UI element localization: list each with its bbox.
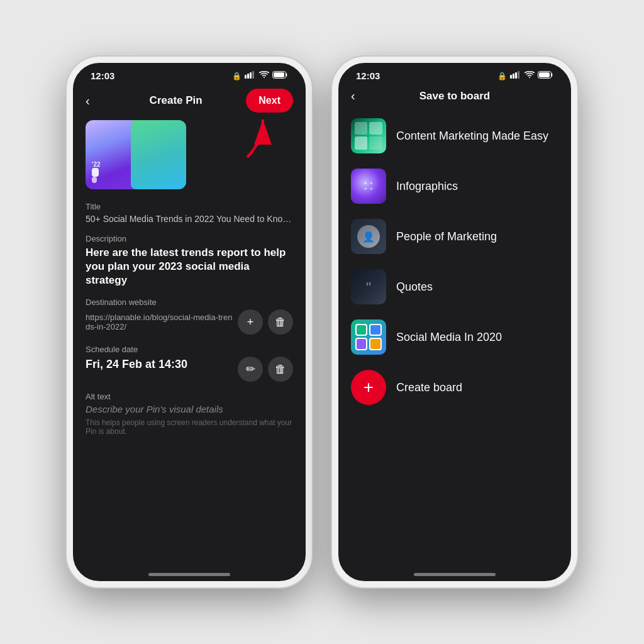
next-button[interactable]: Next xyxy=(246,89,293,113)
lock-icon: 🔒 xyxy=(232,72,242,80)
alt-help-text: This helps people using screen readers u… xyxy=(86,418,293,436)
page-title-left: Create Pin xyxy=(106,94,246,107)
signal-icon-right xyxy=(510,71,521,80)
home-indicator-left xyxy=(73,561,306,581)
wifi-icon xyxy=(259,71,269,80)
svg-rect-10 xyxy=(518,71,519,79)
status-bar-right: 12:03 🔒 xyxy=(338,63,571,84)
board-thumb-infographics: ✦ ✦✦ ✦ xyxy=(351,169,386,204)
board-thumb-social-media xyxy=(351,319,386,355)
nav-bar-left: ‹ Create Pin Next xyxy=(73,84,306,120)
create-board-label: Create board xyxy=(396,381,462,394)
board-item-infographics[interactable]: ✦ ✦✦ ✦ Infographics xyxy=(338,161,571,211)
schedule-value[interactable]: Fri, 24 Feb at 14:30 xyxy=(86,358,233,371)
destination-value[interactable]: https://planable.io/blog/social-media-tr… xyxy=(86,313,233,331)
home-bar-right xyxy=(414,573,496,576)
status-bar-left: 12:03 🔒 xyxy=(73,63,306,84)
board-name-infographics: Infographics xyxy=(396,180,458,193)
left-phone: 12:03 🔒 xyxy=(67,57,312,587)
create-pin-content: '22 Title 50+ Social Media Trends in 202… xyxy=(73,120,306,561)
right-phone: 12:03 🔒 xyxy=(332,57,577,587)
board-list: Content Marketing Made Easy ✦ ✦✦ ✦ Infog… xyxy=(338,111,571,561)
page-title-right: Save to board xyxy=(371,90,538,103)
create-board-icon: + xyxy=(351,370,386,405)
board-item-content-marketing[interactable]: Content Marketing Made Easy xyxy=(338,111,571,161)
back-button-right[interactable]: ‹ xyxy=(351,89,371,103)
board-thumb-people-marketing: 👤 xyxy=(351,219,386,254)
time-right: 12:03 xyxy=(356,70,380,81)
schedule-label: Schedule date xyxy=(86,345,293,354)
svg-rect-1 xyxy=(247,74,249,79)
alt-label: Alt text xyxy=(86,392,293,401)
board-name-social-media: Social Media In 2020 xyxy=(396,331,502,344)
board-item-quotes[interactable]: " Quotes xyxy=(338,262,571,312)
svg-rect-5 xyxy=(274,72,284,77)
svg-rect-9 xyxy=(515,72,517,79)
board-item-people-marketing[interactable]: 👤 People of Marketing xyxy=(338,211,571,262)
battery-icon xyxy=(272,71,288,80)
back-button-left[interactable]: ‹ xyxy=(86,94,106,108)
add-destination-button[interactable]: + xyxy=(238,309,263,335)
board-item-social-media[interactable]: Social Media In 2020 xyxy=(338,312,571,362)
status-icons-right: 🔒 xyxy=(497,71,553,80)
board-name-content-marketing: Content Marketing Made Easy xyxy=(396,130,548,143)
svg-rect-0 xyxy=(245,75,247,79)
nav-bar-right: ‹ Save to board xyxy=(338,84,571,111)
svg-rect-2 xyxy=(250,72,252,79)
signal-icon xyxy=(245,71,256,80)
alt-placeholder[interactable]: Describe your Pin's visual details xyxy=(86,404,293,414)
destination-row: https://planable.io/blog/social-media-tr… xyxy=(86,309,293,335)
board-thumb-quotes: " xyxy=(351,269,386,304)
board-name-quotes: Quotes xyxy=(396,280,433,294)
title-label: Title xyxy=(86,202,293,211)
board-thumb-content-marketing xyxy=(351,118,386,153)
svg-rect-7 xyxy=(510,75,512,79)
destination-label: Destination website xyxy=(86,297,293,307)
svg-rect-12 xyxy=(539,72,550,77)
svg-rect-3 xyxy=(252,71,254,79)
board-name-people-marketing: People of Marketing xyxy=(396,230,497,243)
description-value[interactable]: Here are the latest trends report to hel… xyxy=(86,246,293,287)
title-value[interactable]: 50+ Social Media Trends in 2022 You Need… xyxy=(86,214,293,224)
home-indicator-right xyxy=(338,561,571,581)
board-item-create[interactable]: + Create board xyxy=(338,362,571,413)
svg-rect-8 xyxy=(513,74,514,79)
battery-icon-right xyxy=(538,71,553,80)
delete-destination-button[interactable]: 🗑 xyxy=(268,309,293,335)
schedule-row: Fri, 24 Feb at 14:30 ✏ 🗑 xyxy=(86,357,293,382)
description-label: Description xyxy=(86,234,293,243)
time-left: 12:03 xyxy=(91,70,114,81)
lock-icon-right: 🔒 xyxy=(497,72,507,80)
edit-schedule-button[interactable]: ✏ xyxy=(238,357,263,382)
wifi-icon-right xyxy=(525,71,535,80)
delete-schedule-button[interactable]: 🗑 xyxy=(268,357,293,382)
home-bar-left xyxy=(148,573,230,576)
pin-thumbnail: '22 xyxy=(86,120,186,189)
status-icons-left: 🔒 xyxy=(232,71,288,80)
